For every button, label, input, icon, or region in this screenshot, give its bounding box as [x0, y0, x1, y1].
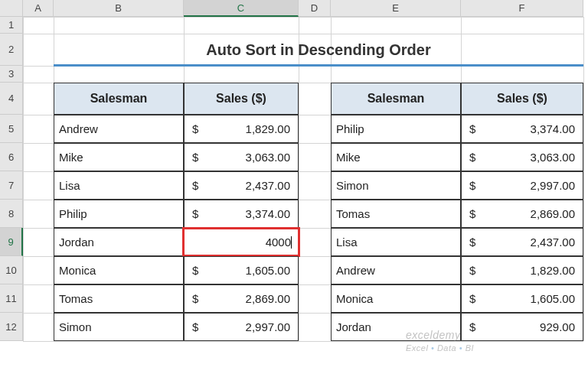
editing-value: 4000: [266, 236, 291, 249]
currency-symbol: $: [469, 207, 475, 220]
sales-value: 1,829.00: [246, 122, 290, 135]
currency-symbol: $: [469, 122, 475, 135]
col-header-F[interactable]: F: [461, 0, 583, 17]
table-cell-name[interactable]: Mike: [331, 143, 461, 171]
currency-symbol: $: [469, 151, 475, 164]
watermark-text: exceldemy: [406, 329, 460, 341]
select-all-corner[interactable]: [0, 0, 23, 17]
watermark: exceldemy Excel • Data • BI: [406, 329, 474, 353]
table-cell-name[interactable]: Andrew: [331, 256, 461, 284]
sales-value: 3,063.00: [246, 151, 290, 164]
currency-symbol: $: [192, 320, 198, 333]
sales-value: 3,374.00: [246, 207, 290, 220]
row-header-4[interactable]: 4: [0, 83, 23, 115]
col-header-A[interactable]: A: [23, 0, 54, 17]
table-cell-sales[interactable]: $2,437.00: [184, 171, 299, 200]
sales-value: 1,605.00: [531, 292, 575, 305]
table-cell-sales[interactable]: $2,997.00: [461, 171, 583, 200]
table-cell-name[interactable]: Philip: [54, 200, 184, 228]
title-underline: [54, 64, 583, 67]
row-header-1[interactable]: 1: [0, 17, 23, 34]
currency-symbol: $: [469, 236, 475, 249]
column-headers: ABCDEF: [23, 0, 583, 17]
table-cell-name[interactable]: Tomas: [54, 284, 184, 313]
table-header[interactable]: Salesman: [331, 83, 461, 115]
currency-symbol: $: [192, 292, 198, 305]
table-cell-name[interactable]: Simon: [54, 313, 184, 341]
row-header-12[interactable]: 12: [0, 313, 23, 341]
sales-value: 2,437.00: [246, 179, 290, 192]
currency-symbol: $: [192, 264, 198, 277]
sales-value: 3,374.00: [531, 122, 575, 135]
sales-value: 2,997.00: [531, 179, 575, 192]
row-header-3[interactable]: 3: [0, 66, 23, 83]
table-cell-sales[interactable]: $929.00: [461, 313, 583, 341]
col-header-E[interactable]: E: [331, 0, 461, 17]
sales-value: 2,437.00: [531, 236, 575, 249]
sales-value: 2,869.00: [531, 207, 575, 220]
col-header-B[interactable]: B: [54, 0, 184, 17]
row-headers: 123456789101112: [0, 17, 23, 341]
table-cell-name[interactable]: Tomas: [331, 200, 461, 228]
currency-symbol: $: [192, 122, 198, 135]
table-cell-sales[interactable]: $1,605.00: [184, 256, 299, 284]
table-cell-name[interactable]: Mike: [54, 143, 184, 171]
table-cell-sales[interactable]: $2,437.00: [461, 228, 583, 256]
table-cell-sales[interactable]: $3,063.00: [184, 143, 299, 171]
row-header-11[interactable]: 11: [0, 284, 23, 313]
sales-value: 2,997.00: [246, 320, 290, 333]
table-header[interactable]: Salesman: [54, 83, 184, 115]
row-header-8[interactable]: 8: [0, 200, 23, 228]
row-header-9[interactable]: 9: [0, 228, 23, 256]
text-cursor: [291, 236, 292, 249]
table-cell-name[interactable]: Andrew: [54, 115, 184, 143]
table-cell-name[interactable]: Monica: [54, 256, 184, 284]
table-cell-name[interactable]: Monica: [331, 284, 461, 313]
currency-symbol: $: [192, 207, 198, 220]
table-cell-name[interactable]: Simon: [331, 171, 461, 200]
table-cell-sales[interactable]: $2,869.00: [184, 284, 299, 313]
row-header-7[interactable]: 7: [0, 171, 23, 200]
table-cell-sales[interactable]: $2,997.00: [184, 313, 299, 341]
sales-value: 2,869.00: [246, 292, 290, 305]
row-header-6[interactable]: 6: [0, 143, 23, 171]
row-header-5[interactable]: 5: [0, 115, 23, 143]
table-cell-sales[interactable]: $3,374.00: [461, 115, 583, 143]
currency-symbol: $: [469, 292, 475, 305]
table-cell-name[interactable]: Lisa: [54, 171, 184, 200]
sales-value: 1,605.00: [246, 264, 290, 277]
sales-value: 3,063.00: [531, 151, 575, 164]
currency-symbol: $: [469, 179, 475, 192]
table-header[interactable]: Sales ($): [184, 83, 299, 115]
active-editing-cell[interactable]: 4000: [182, 227, 300, 257]
row-header-10[interactable]: 10: [0, 256, 23, 284]
sales-value: 929.00: [540, 320, 575, 333]
gridline: [23, 341, 583, 342]
gridline: [23, 17, 583, 18]
page-title: Auto Sort in Descending Order: [54, 34, 583, 66]
table-cell-name[interactable]: Jordan: [54, 228, 184, 256]
currency-symbol: $: [192, 179, 198, 192]
table-cell-sales[interactable]: $1,829.00: [461, 256, 583, 284]
table-cell-sales[interactable]: $3,063.00: [461, 143, 583, 171]
spreadsheet-root: ABCDEF 123456789101112 Auto Sort in Desc…: [0, 0, 588, 390]
table-cell-sales[interactable]: $1,829.00: [184, 115, 299, 143]
gridline: [583, 17, 584, 341]
sales-value: 1,829.00: [531, 264, 575, 277]
table-cell-name[interactable]: Lisa: [331, 228, 461, 256]
grid-area: Auto Sort in Descending OrderSalesmanSal…: [23, 17, 583, 341]
table-cell-sales[interactable]: $1,605.00: [461, 284, 583, 313]
row-header-2[interactable]: 2: [0, 34, 23, 66]
table-header[interactable]: Sales ($): [461, 83, 583, 115]
table-cell-name[interactable]: Philip: [331, 115, 461, 143]
currency-symbol: $: [192, 151, 198, 164]
currency-symbol: $: [469, 264, 475, 277]
col-header-C[interactable]: C: [184, 0, 299, 17]
table-cell-sales[interactable]: $2,869.00: [461, 200, 583, 228]
col-header-D[interactable]: D: [299, 0, 331, 17]
table-cell-sales[interactable]: $3,374.00: [184, 200, 299, 228]
